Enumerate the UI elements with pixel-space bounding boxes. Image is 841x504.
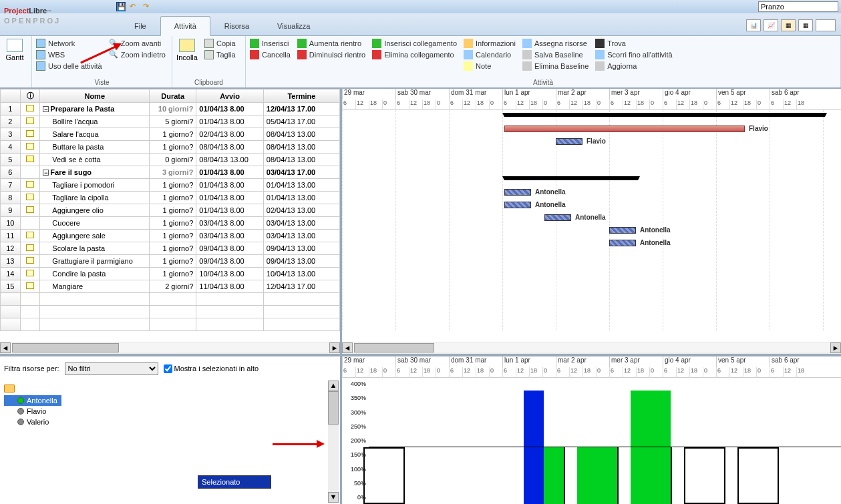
ribbon-zoom-indietro[interactable]: 🔍Zoom indietro — [109, 50, 166, 59]
task-start[interactable]: 08/04/13 13.00 — [196, 154, 263, 166]
scroll-right-icon[interactable]: ► — [329, 342, 340, 353]
menu-tab-attività[interactable]: Attività — [160, 16, 210, 36]
ribbon-salva-baseline[interactable]: Salva Baseline — [522, 50, 588, 59]
menu-tab-risorsa[interactable]: Risorsa — [210, 16, 263, 35]
ribbon-inserisci-collegamento[interactable]: Inserisci collegamento — [372, 39, 457, 48]
scroll-up-icon[interactable]: ▲ — [328, 381, 339, 391]
ribbon-diminuisci-rientro[interactable]: Diminuisci rientro — [297, 50, 365, 59]
ribbon-aggiorna[interactable]: Aggiorna — [595, 61, 672, 71]
task-end[interactable]: 08/04/13 13.00 — [263, 141, 339, 154]
task-duration[interactable]: 3 giorni? — [150, 166, 196, 179]
task-name[interactable]: Mangiare — [40, 280, 150, 293]
view-icon-1[interactable]: 📊 — [746, 19, 761, 31]
scroll-down-icon[interactable]: ▼ — [328, 492, 339, 503]
task-name[interactable]: −Fare il sugo — [40, 166, 150, 179]
task-duration[interactable]: 1 giorno? — [150, 204, 196, 217]
task-end[interactable]: 01/04/13 13.00 — [263, 179, 339, 192]
task-name[interactable]: Tagliare la cipolla — [40, 192, 150, 204]
table-row[interactable]: 2Bollire l'acqua5 giorni?01/04/13 8.0005… — [1, 115, 340, 128]
ribbon-trova[interactable]: Trova — [595, 39, 672, 48]
table-row[interactable]: 15Mangiare2 giorni?11/04/13 8.0012/04/13… — [1, 280, 340, 293]
task-start[interactable]: 01/04/13 8.00 — [196, 204, 263, 217]
task-duration[interactable]: 1 giorno? — [150, 255, 196, 268]
save-icon[interactable]: 💾 — [116, 2, 126, 11]
histogram-pane[interactable]: 29 marsab 30 mardom 31 marlun 1 aprmar 2… — [342, 356, 841, 504]
table-row[interactable]: 4Buttare la pasta1 giorno?08/04/13 8.000… — [1, 141, 340, 154]
task-duration[interactable]: 0 giorni? — [150, 154, 196, 166]
task-duration[interactable]: 1 giorno? — [150, 230, 196, 242]
task-end[interactable]: 08/04/13 13.00 — [263, 154, 339, 166]
task-name[interactable]: Tagliare i pomodori — [40, 179, 150, 192]
task-name[interactable]: Bollire l'acqua — [40, 115, 150, 128]
resource-vscroll[interactable]: ▲ ▼ — [328, 381, 339, 503]
task-start[interactable]: 01/04/13 8.00 — [196, 115, 263, 128]
scroll-left-icon[interactable]: ◄ — [0, 342, 11, 353]
task-table[interactable]: ⓘNomeDurataAvvioTermine 1−Preparare la P… — [0, 89, 340, 331]
table-row[interactable] — [1, 306, 340, 318]
ribbon-taglia[interactable]: Taglia — [204, 50, 236, 59]
task-duration[interactable]: 1 giorno? — [150, 217, 196, 230]
table-hscroll[interactable]: ◄ ► — [0, 342, 340, 354]
task-duration[interactable]: 1 giorno? — [150, 128, 196, 141]
task-name[interactable]: Grattugiare il parmigiano — [40, 255, 150, 268]
view-icon-3[interactable]: ▦ — [781, 19, 796, 31]
ribbon-copia[interactable]: Copia — [204, 39, 236, 48]
menu-tab-file[interactable]: File — [120, 16, 160, 35]
task-name[interactable]: Aggiungere sale — [40, 230, 150, 242]
scroll-left-icon[interactable]: ◄ — [342, 342, 353, 353]
task-end[interactable]: 10/04/13 13.00 — [263, 268, 339, 280]
gantt-bar[interactable] — [504, 125, 745, 132]
search-input[interactable] — [758, 1, 838, 12]
task-duration[interactable]: 1 giorno? — [150, 141, 196, 154]
gantt-bar[interactable] — [504, 113, 825, 117]
table-row[interactable]: 8Tagliare la cipolla1 giorno?01/04/13 8.… — [1, 192, 340, 204]
task-end[interactable]: 12/04/13 17.00 — [263, 103, 339, 115]
task-duration[interactable]: 2 giorni? — [150, 280, 196, 293]
table-row[interactable]: 13Grattugiare il parmigiano1 giorno?09/0… — [1, 255, 340, 268]
ribbon-assegna-risorse[interactable]: Assegna risorse — [522, 39, 588, 48]
task-end[interactable]: 08/04/13 13.00 — [263, 128, 339, 141]
gantt-bar[interactable] — [609, 240, 636, 246]
ribbon-inserisci[interactable]: Inserisci — [250, 39, 291, 48]
ribbon-elimina-collegamento[interactable]: Elimina collegamento — [372, 50, 457, 59]
ribbon-scorri-fino-all'attività[interactable]: Scorri fino all'attività — [595, 50, 672, 59]
task-end[interactable]: 09/04/13 13.00 — [263, 242, 339, 255]
task-name[interactable]: Salare l'acqua — [40, 128, 150, 141]
redo-icon[interactable]: ↷ — [143, 2, 152, 11]
gantt-bar[interactable] — [556, 138, 582, 145]
task-duration[interactable]: 10 giorni? — [150, 103, 196, 115]
task-start[interactable]: 03/04/13 8.00 — [196, 230, 263, 242]
gantt-button[interactable]: Gantt — [4, 39, 25, 61]
task-name[interactable]: Cuocere — [40, 217, 150, 230]
gantt-bar[interactable] — [544, 214, 571, 221]
task-duration[interactable]: 1 giorno? — [150, 242, 196, 255]
table-row[interactable]: 6−Fare il sugo3 giorni?01/04/13 8.0003/0… — [1, 166, 340, 179]
resource-item[interactable]: Valerio — [4, 417, 336, 427]
table-row[interactable]: 3Salare l'acqua1 giorno?02/04/13 8.0008/… — [1, 128, 340, 141]
col-header[interactable]: ⓘ — [20, 89, 40, 103]
task-duration[interactable]: 5 giorni? — [150, 115, 196, 128]
resource-tree[interactable]: AntonellaFlavioValerio — [4, 383, 336, 427]
ribbon-aumenta-rientro[interactable]: Aumenta rientro — [297, 39, 365, 48]
col-header[interactable]: Termine — [263, 89, 339, 103]
task-name[interactable]: Vedi se è cotta — [40, 154, 150, 166]
task-end[interactable]: 03/04/13 13.00 — [263, 217, 339, 230]
task-start[interactable]: 09/04/13 8.00 — [196, 255, 263, 268]
table-row[interactable]: 10Cuocere1 giorno?03/04/13 8.0003/04/13 … — [1, 217, 340, 230]
show-selected-checkbox[interactable]: Mostra i selezionati in alto — [164, 364, 259, 373]
resource-item[interactable]: Flavio — [4, 406, 336, 417]
task-name[interactable]: −Preparare la Pasta — [40, 103, 150, 115]
ribbon-uso-delle-attività[interactable]: Uso delle attività — [36, 61, 102, 71]
table-row[interactable]: 9Aggiungere olio1 giorno?01/04/13 8.0002… — [1, 204, 340, 217]
table-row[interactable]: 12Scolare la pasta1 giorno?09/04/13 8.00… — [1, 242, 340, 255]
task-name[interactable]: Condire la pasta — [40, 268, 150, 280]
ribbon-note[interactable]: Note — [464, 61, 516, 71]
task-end[interactable]: 03/04/13 13.00 — [263, 230, 339, 242]
col-header[interactable]: Nome — [40, 89, 150, 103]
task-start[interactable]: 11/04/13 8.00 — [196, 280, 263, 293]
task-duration[interactable]: 1 giorno? — [150, 268, 196, 280]
table-row[interactable]: 7Tagliare i pomodori1 giorno?01/04/13 8.… — [1, 179, 340, 192]
task-start[interactable]: 01/04/13 8.00 — [196, 179, 263, 192]
gantt-bar[interactable] — [504, 176, 638, 180]
table-row[interactable]: 14Condire la pasta1 giorno?10/04/13 8.00… — [1, 268, 340, 280]
